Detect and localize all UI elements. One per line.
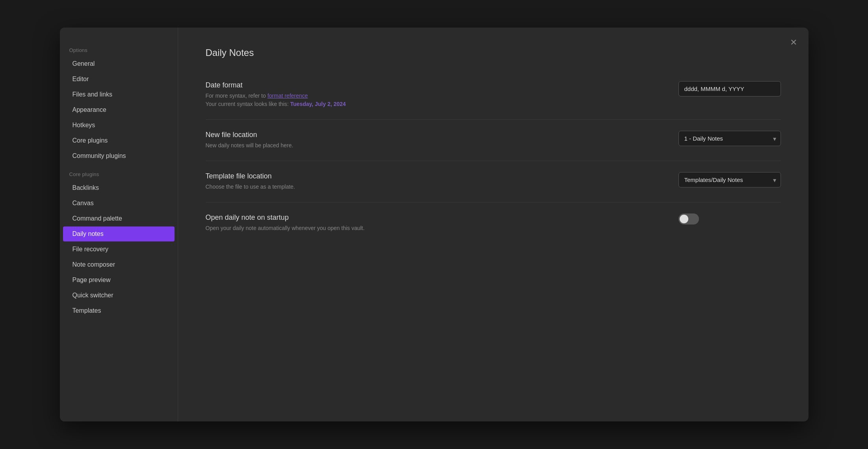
sidebar-item-community-plugins[interactable]: Community plugins [63, 148, 175, 163]
sidebar-item-page-preview[interactable]: Page preview [63, 273, 175, 288]
template-file-location-description: Choose the file to use as a template. [206, 183, 481, 191]
page-title: Daily Notes [206, 47, 781, 58]
date-preview: Tuesday, July 2, 2024 [290, 101, 346, 107]
template-file-location-info: Template file location Choose the file t… [206, 172, 481, 191]
template-file-location-label: Template file location [206, 172, 481, 180]
open-on-startup-description: Open your daily note automatically whene… [206, 224, 481, 232]
sidebar-item-quick-switcher[interactable]: Quick switcher [63, 288, 175, 303]
sidebar-item-core-plugins[interactable]: Core plugins [63, 133, 175, 148]
sidebar-item-files-and-links[interactable]: Files and links [63, 87, 175, 102]
sidebar-item-file-recovery[interactable]: File recovery [63, 242, 175, 257]
open-on-startup-control [678, 213, 781, 224]
sidebar-item-note-composer[interactable]: Note composer [63, 257, 175, 272]
template-file-location-setting: Template file location Choose the file t… [206, 161, 781, 202]
date-format-info: Date format For more syntax, refer to fo… [206, 81, 481, 108]
new-file-location-info: New file location New daily notes will b… [206, 131, 481, 150]
core-plugins-section-label: Core plugins [60, 171, 178, 177]
sidebar-item-appearance[interactable]: Appearance [63, 102, 175, 117]
new-file-location-dropdown-wrapper [678, 131, 781, 146]
date-format-control [678, 81, 781, 96]
new-file-location-input[interactable] [678, 131, 781, 146]
new-file-location-setting: New file location New daily notes will b… [206, 120, 781, 161]
sidebar-item-daily-notes[interactable]: Daily notes [63, 226, 175, 241]
date-format-label: Date format [206, 81, 481, 89]
new-file-location-label: New file location [206, 131, 481, 139]
sidebar: Options General Editor Files and links A… [60, 28, 178, 421]
open-on-startup-info: Open daily note on startup Open your dai… [206, 213, 481, 232]
sidebar-item-general[interactable]: General [63, 56, 175, 71]
sidebar-item-backlinks[interactable]: Backlinks [63, 180, 175, 195]
settings-modal: ✕ Options General Editor Files and links… [60, 28, 809, 421]
format-reference-link[interactable]: format reference [268, 93, 308, 99]
sidebar-item-canvas[interactable]: Canvas [63, 196, 175, 211]
date-format-setting: Date format For more syntax, refer to fo… [206, 70, 781, 120]
template-file-location-input[interactable] [678, 172, 781, 187]
sidebar-item-command-palette[interactable]: Command palette [63, 211, 175, 226]
template-file-location-control [678, 172, 781, 187]
sidebar-item-editor[interactable]: Editor [63, 72, 175, 87]
sidebar-item-hotkeys[interactable]: Hotkeys [63, 118, 175, 133]
new-file-location-control [678, 131, 781, 146]
close-button[interactable]: ✕ [786, 35, 801, 50]
new-file-location-description: New daily notes will be placed here. [206, 141, 481, 150]
main-content: Daily Notes Date format For more syntax,… [178, 28, 809, 421]
options-section-label: Options [60, 47, 178, 53]
open-on-startup-setting: Open daily note on startup Open your dai… [206, 202, 781, 243]
toggle-slider [678, 213, 699, 224]
date-format-description: For more syntax, refer to format referen… [206, 92, 481, 108]
open-on-startup-label: Open daily note on startup [206, 213, 481, 222]
sidebar-item-templates[interactable]: Templates [63, 303, 175, 318]
open-on-startup-toggle[interactable] [678, 213, 699, 224]
date-format-input[interactable] [678, 81, 781, 96]
template-file-location-dropdown-wrapper [678, 172, 781, 187]
